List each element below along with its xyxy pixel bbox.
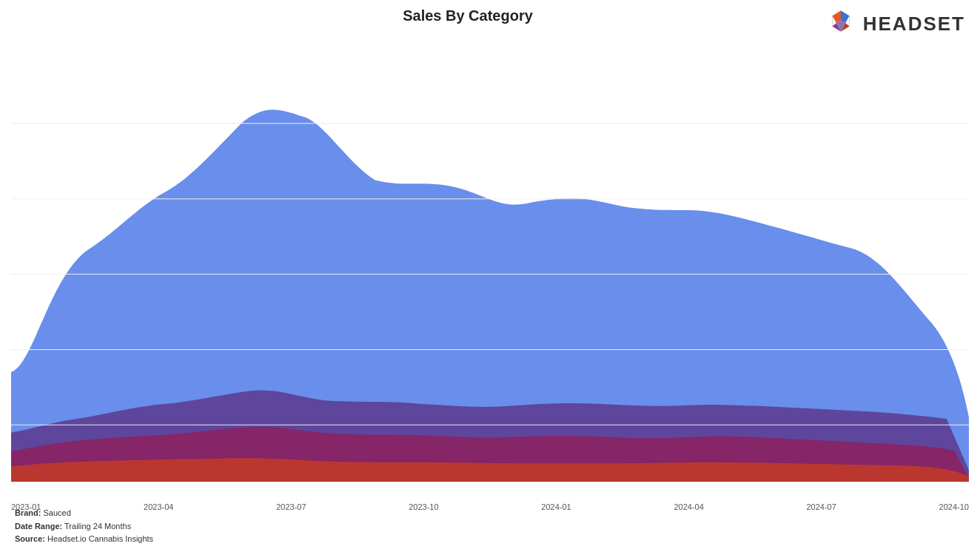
footer-date-range: Date Range: Trailing 24 Months (15, 520, 153, 534)
chart-container: Sales By Category HEADSET Concentrates F… (0, 0, 980, 552)
x-label-2: 2023-07 (276, 502, 306, 511)
footer-info: Brand: Sauced Date Range: Trailing 24 Mo… (15, 507, 153, 546)
brand-label: Brand: (15, 508, 41, 517)
logo-text: HEADSET (863, 13, 965, 36)
x-label-5: 2024-04 (674, 502, 703, 511)
brand-value: Sauced (44, 508, 71, 517)
date-range-label: Date Range: (15, 522, 62, 531)
headset-logo-icon (825, 7, 857, 40)
x-axis-labels: 2023-01 2023-04 2023-07 2023-10 2024-01 … (11, 502, 969, 511)
chart-svg-area (11, 48, 969, 493)
footer-brand: Brand: Sauced (15, 507, 153, 520)
area-chart (11, 48, 969, 493)
x-label-6: 2024-07 (806, 502, 836, 511)
x-label-7: 2024-10 (939, 502, 969, 511)
chart-title: Sales By Category (15, 7, 965, 24)
logo-area: HEADSET (825, 7, 965, 40)
date-range-value: Trailing 24 Months (64, 522, 131, 531)
source-label: Source: (15, 534, 45, 543)
source-value: Headset.io Cannabis Insights (47, 534, 153, 543)
x-label-3: 2023-10 (409, 502, 438, 511)
footer-source: Source: Headset.io Cannabis Insights (15, 533, 153, 546)
x-label-4: 2024-01 (541, 502, 571, 511)
